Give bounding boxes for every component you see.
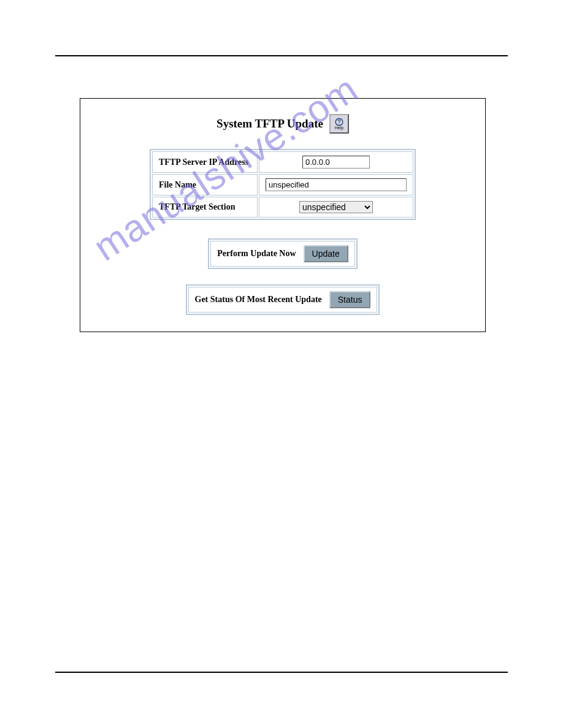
page-title: System TFTP Update	[216, 117, 323, 131]
update-button[interactable]: Update	[304, 245, 348, 262]
update-action-box: Perform Update Now Update	[208, 238, 357, 269]
update-action-label: Perform Update Now	[217, 249, 296, 259]
ip-address-label: TFTP Server IP Address	[152, 151, 258, 173]
status-action-box: Get Status Of Most Recent Update Status	[186, 284, 380, 315]
status-button[interactable]: Status	[329, 291, 371, 308]
target-section-select[interactable]: unspecified	[299, 201, 373, 213]
top-rule	[55, 55, 508, 56]
tftp-update-panel: System TFTP Update Help TFTP Server IP A…	[80, 98, 486, 332]
tftp-form-table: TFTP Server IP Address File Name TFTP Ta…	[150, 149, 416, 220]
bottom-rule	[55, 672, 508, 673]
help-button[interactable]: Help	[329, 114, 349, 134]
help-label: Help	[335, 126, 343, 130]
svg-point-1	[339, 123, 340, 124]
ip-address-input[interactable]	[302, 156, 370, 169]
help-icon	[335, 118, 343, 126]
target-section-label: TFTP Target Section	[152, 197, 258, 218]
filename-input[interactable]	[266, 178, 407, 191]
title-row: System TFTP Update Help	[80, 114, 485, 134]
status-action-label: Get Status Of Most Recent Update	[195, 295, 322, 305]
filename-label: File Name	[152, 174, 258, 195]
